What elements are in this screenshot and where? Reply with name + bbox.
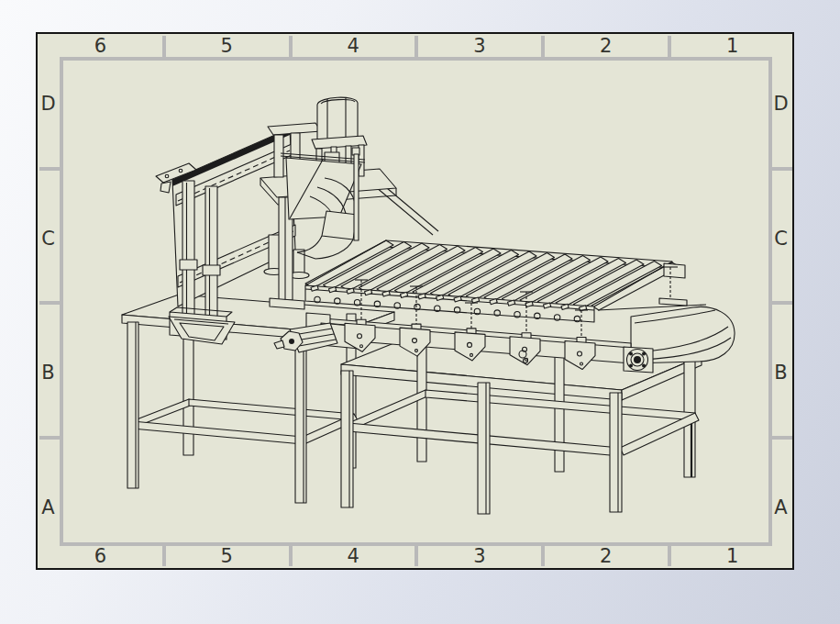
cad-viewport: 665544332211DDCCBBAA [0,0,840,624]
drawing-view[interactable] [0,0,840,624]
